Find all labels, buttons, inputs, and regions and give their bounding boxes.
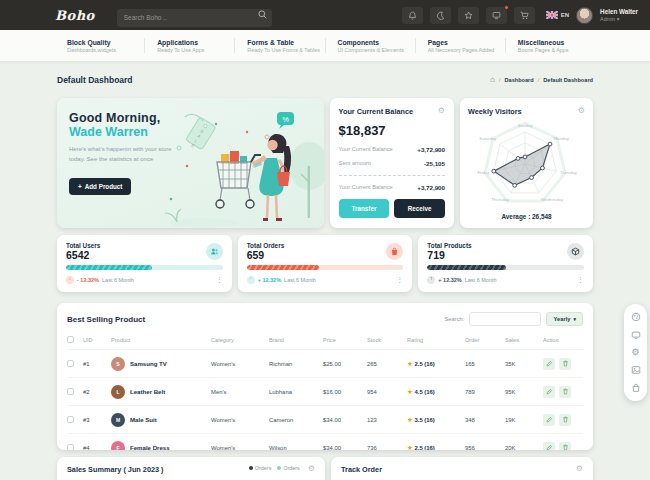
language-selector[interactable]: EN [546, 11, 569, 19]
cell-category: Women's [211, 406, 269, 434]
cell-stock: 736 [367, 434, 407, 450]
chevron-down-icon: ▾ [573, 316, 576, 322]
delete-button[interactable] [559, 414, 571, 426]
star-icon: ★ [407, 444, 413, 450]
table-search-input[interactable] [469, 312, 541, 326]
cell-uid: #2 [83, 378, 111, 406]
edit-button[interactable] [543, 442, 555, 450]
menu-item-components[interactable]: Components UI Components & Elements [325, 38, 415, 54]
plus-icon: + [78, 183, 82, 190]
page-title: Default Dashboard [57, 75, 133, 85]
menu-item-miscellaneous[interactable]: Miscellaneous Bouns Pages & Apps [505, 38, 595, 54]
cell-category: Women's [211, 434, 269, 450]
language-code: EN [561, 12, 569, 18]
gear-icon[interactable]: ⚙ [576, 465, 583, 473]
gear-icon[interactable]: ⚙ [308, 465, 315, 473]
radar-point [492, 169, 496, 173]
period-dropdown[interactable]: Yearly ▾ [546, 312, 583, 326]
dark-mode-button[interactable] [430, 7, 451, 24]
cell-price: $34.00 [323, 434, 367, 450]
settings-icon[interactable]: ⚙ [631, 348, 639, 357]
delete-button[interactable] [559, 442, 571, 450]
global-search [117, 6, 272, 24]
cell-brand: Wilson [269, 434, 323, 450]
home-icon[interactable]: ⌂ [490, 76, 495, 84]
row-checkbox[interactable] [67, 360, 74, 367]
pencil-icon [546, 416, 553, 423]
card-menu[interactable]: ⋮ [396, 276, 403, 283]
breadcrumb-dashboard[interactable]: Dashboard [504, 77, 533, 83]
trash-icon [562, 444, 569, 450]
edit-button[interactable] [543, 358, 555, 370]
shop-icon[interactable] [631, 383, 641, 393]
app-logo[interactable]: Boho [55, 8, 95, 23]
theme-icon[interactable] [631, 312, 641, 322]
user-name: Helen Walter [600, 8, 638, 16]
table-row: #1SSamsung TVWomen'sRichman$25.00265★ 2.… [67, 350, 583, 378]
select-all-checkbox[interactable] [67, 336, 74, 343]
product-avatar: M [111, 413, 125, 427]
weekly-visitors-chart: SundayMondayTuesdayWednesdayThursdayFrid… [468, 117, 585, 211]
card-menu[interactable]: ⋮ [577, 276, 584, 283]
radar-point [548, 142, 552, 146]
user-role: Admin ▾ [600, 16, 638, 23]
user-avatar[interactable] [576, 7, 593, 24]
cell-product: SSamsung TV [111, 357, 211, 371]
receive-button[interactable]: Receive [394, 199, 445, 218]
menu-item-forms-table[interactable]: Forms & Table Ready To Use Froms & Table… [234, 38, 324, 54]
edit-button[interactable] [543, 386, 555, 398]
menu-item-pages[interactable]: Pages All Neccesory Pages Added [415, 38, 505, 54]
best-selling-table: UID Product Category Brand Price Stock R… [67, 332, 583, 450]
cell-rating: ★ 3.5 (16) [407, 406, 465, 434]
total-orders-card: Total Orders 659 ↑ + 12.32% Last 6 Month… [238, 235, 413, 292]
balance-title: Your Current Balance [339, 107, 413, 116]
cell-category: Men's [211, 378, 269, 406]
delete-button[interactable] [559, 358, 571, 370]
breadcrumb-current: Default Dashboard [543, 77, 593, 83]
svg-text:%: % [282, 115, 289, 124]
trend-up-icon: ↑ [427, 276, 435, 284]
edit-button[interactable] [543, 414, 555, 426]
balance-amount: $18,837 [339, 123, 445, 138]
row-checkbox[interactable] [67, 444, 74, 450]
radar-axis-label: Tuesday [561, 170, 578, 175]
cell-uid: #1 [83, 350, 111, 378]
cell-actions [543, 434, 583, 450]
delete-button[interactable] [559, 386, 571, 398]
cell-price: $16.00 [323, 378, 367, 406]
display-icon[interactable] [631, 330, 641, 340]
cell-order: 165 [465, 350, 505, 378]
cell-uid: #3 [83, 406, 111, 434]
total-products-card: Total Products 719 ↑ + 12.32% Last 6 Mon… [418, 235, 593, 292]
product-avatar: L [111, 385, 125, 399]
cart [216, 151, 261, 208]
cell-sales: 35K [505, 350, 543, 378]
star-icon: ★ [407, 360, 413, 367]
menu-item-block-quality[interactable]: Block Quality Dashboards,widgets. [55, 38, 144, 54]
radar-point [513, 183, 517, 187]
radar-axis-label: Sunday [518, 123, 533, 128]
card-menu[interactable]: ⋮ [216, 276, 223, 283]
transfer-button[interactable]: Transfer [339, 199, 390, 218]
topbar: Boho EN [0, 0, 650, 30]
apps-button[interactable] [486, 7, 507, 24]
user-menu[interactable]: Helen Walter Admin ▾ [600, 8, 638, 23]
notifications-button[interactable] [402, 7, 423, 24]
search-input[interactable] [117, 9, 272, 27]
favorites-button[interactable] [458, 7, 479, 24]
add-product-button[interactable]: +Add Product [69, 178, 131, 195]
gear-icon[interactable]: ⚙ [438, 107, 445, 115]
breadcrumb-separator: / [538, 77, 540, 83]
screen: Boho EN [0, 0, 650, 480]
cell-sales: 19K [505, 406, 543, 434]
row-checkbox[interactable] [67, 416, 74, 423]
gear-icon[interactable]: ⚙ [578, 107, 585, 115]
cell-brand: Lubhana [269, 378, 323, 406]
image-icon[interactable] [631, 365, 641, 375]
radar-axis-label: Friday [477, 170, 490, 175]
menu-item-applications[interactable]: Applications Ready To Use Apps [144, 38, 234, 54]
cart-button[interactable] [514, 7, 535, 24]
row-checkbox[interactable] [67, 388, 74, 395]
radar-axis-label: Thursday [491, 197, 510, 202]
moon-icon [436, 11, 445, 20]
